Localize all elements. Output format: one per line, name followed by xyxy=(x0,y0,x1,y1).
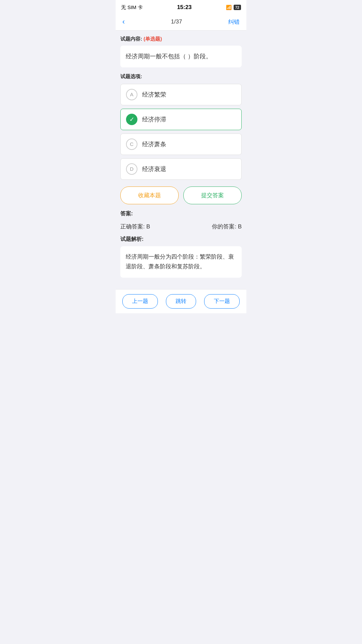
submit-button[interactable]: 提交答案 xyxy=(183,186,242,204)
option-d-text: 经济衰退 xyxy=(142,165,166,173)
carrier-text: 无 SIM 卡 xyxy=(121,4,143,11)
option-c-circle: C xyxy=(126,139,137,150)
status-bar: 无 SIM 卡 15:23 📶 72 xyxy=(116,0,246,13)
answer-section: 答案: 正确答案: B 你的答案: B xyxy=(120,210,242,236)
time-text: 15:23 xyxy=(177,4,191,11)
question-label: 试题内容: (单选题) xyxy=(120,36,242,42)
question-text: 经济周期一般不包括（ ）阶段。 xyxy=(120,46,242,67)
option-b-circle: ✓ xyxy=(126,114,137,125)
action-row: 收藏本题 提交答案 xyxy=(120,186,242,204)
bottom-nav: 上一题 跳转 下一题 xyxy=(116,289,246,313)
option-a-text: 经济繁荣 xyxy=(142,91,166,99)
status-right: 📶 72 xyxy=(226,5,241,10)
option-d-circle: D xyxy=(126,163,137,175)
analysis-label: 试题解析: xyxy=(120,236,242,243)
option-b-text: 经济停滞 xyxy=(142,115,166,123)
option-a[interactable]: A 经济繁荣 xyxy=(120,84,242,105)
option-d[interactable]: D 经济衰退 xyxy=(120,158,242,180)
report-button[interactable]: 纠错 xyxy=(228,18,240,26)
option-b[interactable]: ✓ 经济停滞 xyxy=(120,109,242,130)
back-button[interactable]: ‹ xyxy=(122,17,125,26)
prev-button[interactable]: 上一题 xyxy=(122,294,158,309)
answer-label: 答案: xyxy=(120,210,242,217)
battery-indicator: 72 xyxy=(234,5,241,10)
progress-indicator: 1/37 xyxy=(171,18,182,25)
option-c-text: 经济萧条 xyxy=(142,140,166,148)
collect-button[interactable]: 收藏本题 xyxy=(120,186,179,204)
answer-row: 正确答案: B 你的答案: B xyxy=(120,221,242,236)
jump-button[interactable]: 跳转 xyxy=(166,294,196,309)
question-type-tag: (单选题) xyxy=(143,36,162,42)
wifi-icon: 📶 xyxy=(226,5,232,10)
option-a-circle: A xyxy=(126,89,137,100)
nav-bar: ‹ 1/37 纠错 xyxy=(116,13,246,31)
analysis-text: 经济周期一般分为四个阶段：繁荣阶段、衰退阶段、萧条阶段和复苏阶段。 xyxy=(120,246,242,278)
main-content: 试题内容: (单选题) 经济周期一般不包括（ ）阶段。 试题选项: A 经济繁荣… xyxy=(116,31,246,283)
user-answer: 你的答案: B xyxy=(212,223,242,230)
options-label: 试题选项: xyxy=(120,73,242,80)
next-button[interactable]: 下一题 xyxy=(204,294,240,309)
option-c[interactable]: C 经济萧条 xyxy=(120,133,242,155)
correct-answer: 正确答案: B xyxy=(120,223,150,230)
